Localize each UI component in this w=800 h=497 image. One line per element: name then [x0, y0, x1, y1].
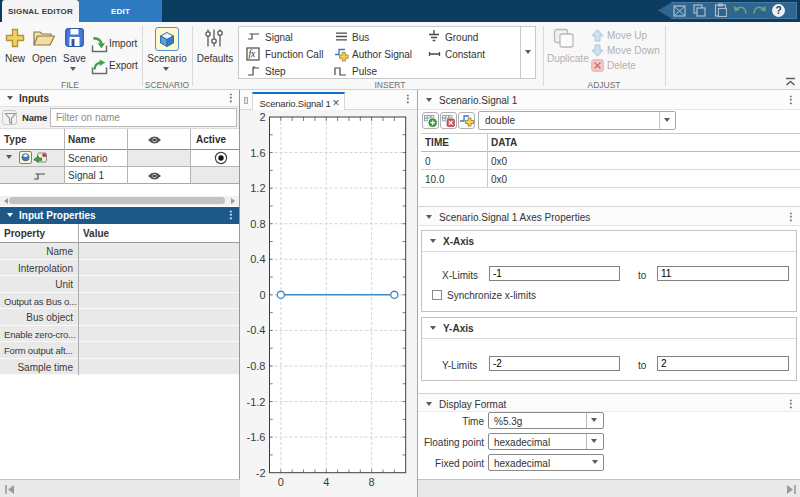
svg-text:0.4: 0.4: [250, 253, 265, 265]
svg-text:-1.6: -1.6: [247, 431, 266, 443]
svg-text:-1.2: -1.2: [247, 396, 266, 408]
svg-text:-2: -2: [256, 467, 266, 479]
svg-text:1.2: 1.2: [250, 182, 265, 194]
svg-text:-0.4: -0.4: [247, 324, 266, 336]
svg-text:0: 0: [259, 289, 265, 301]
svg-text:0: 0: [278, 476, 284, 488]
svg-text:0.8: 0.8: [250, 218, 265, 230]
svg-text:2: 2: [259, 111, 265, 123]
svg-text:8: 8: [369, 476, 375, 488]
svg-text:fx: fx: [248, 49, 256, 59]
svg-text:-0.8: -0.8: [247, 360, 266, 372]
svg-text:1.6: 1.6: [250, 147, 265, 159]
svg-text:4: 4: [323, 476, 329, 488]
